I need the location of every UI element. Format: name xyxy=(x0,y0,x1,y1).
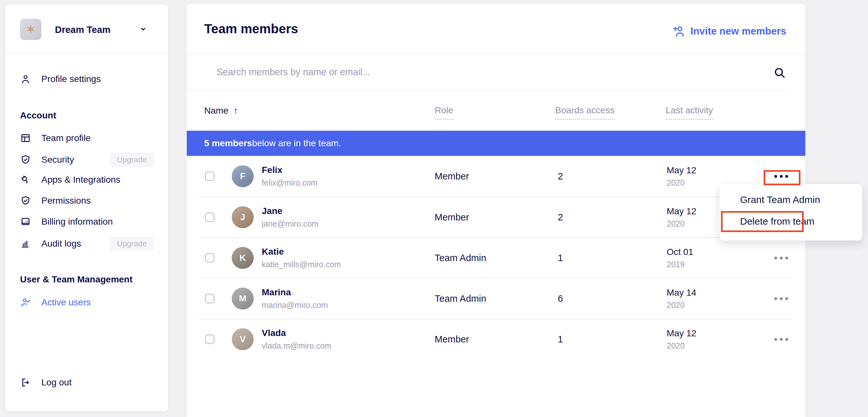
member-email: vlada.m@miro.com xyxy=(262,341,332,350)
page: ✶ Dream Team Profile settings Account Te… xyxy=(0,0,868,417)
row-checkbox[interactable] xyxy=(205,212,215,222)
column-name-label: Name xyxy=(204,106,228,116)
avatar: F xyxy=(232,165,254,187)
upgrade-badge[interactable]: Upgrade xyxy=(110,237,154,251)
members-count-banner: 5 members below are in the team. xyxy=(187,131,805,156)
row-checkbox[interactable] xyxy=(205,171,215,181)
sidebar-item-label: Audit logs xyxy=(41,239,81,249)
sidebar-item-label: Team profile xyxy=(41,133,91,143)
row-options-button[interactable] xyxy=(770,169,793,183)
last-activity-year: 2019 xyxy=(667,260,693,269)
member-name: Felix xyxy=(262,165,318,175)
sidebar-item-logout[interactable]: Log out xyxy=(20,375,154,390)
banner-text: below are in the team. xyxy=(252,138,341,148)
last-activity: Oct 01 2019 xyxy=(667,247,693,269)
sidebar-item-label: Security xyxy=(41,154,74,165)
sidebar-item-team-profile[interactable]: Team profile xyxy=(20,130,154,146)
member-role: Member xyxy=(435,212,469,223)
member-identity: Vlada vlada.m@miro.com xyxy=(262,328,332,350)
bar-chart-icon xyxy=(20,238,31,249)
row-checkbox[interactable] xyxy=(205,253,215,263)
last-activity-date: Oct 01 xyxy=(667,247,693,257)
search-input[interactable] xyxy=(204,54,753,91)
invite-label: Invite new members xyxy=(690,26,786,37)
sidebar-item-label: Log out xyxy=(41,377,71,388)
row-options-button[interactable] xyxy=(770,291,793,306)
row-options-button[interactable] xyxy=(770,332,793,346)
sidebar: ✶ Dream Team Profile settings Account Te… xyxy=(5,4,168,411)
member-email: jane@miro.com xyxy=(262,219,318,229)
billing-card-icon xyxy=(20,216,31,227)
last-activity-year: 2020 xyxy=(667,341,696,350)
sidebar-item-apps-integrations[interactable]: Apps & Integrations xyxy=(20,172,154,187)
member-role: Team Admin xyxy=(435,253,486,264)
sidebar-item-label: Permissions xyxy=(41,196,91,206)
member-name: Katie xyxy=(262,247,341,257)
section-header-user-team-management: User & Team Management xyxy=(20,272,132,287)
boards-access-count: 1 xyxy=(558,253,563,264)
table-row: K Katie katie_mills@miro.com Team Admin … xyxy=(198,237,793,278)
sidebar-item-label: Apps & Integrations xyxy=(41,175,120,185)
member-identity: Jane jane@miro.com xyxy=(262,206,318,229)
row-options-menu: Grant Team Admin Delete from team xyxy=(720,184,862,240)
person-icon xyxy=(20,74,31,84)
logout-icon xyxy=(20,377,31,388)
boards-access-count: 1 xyxy=(558,334,563,345)
last-activity-date: May 12 xyxy=(667,206,696,216)
team-members-panel: Team members Invite new members Name ↑ R… xyxy=(187,4,805,417)
member-email: felix@miro.com xyxy=(262,178,318,187)
team-switcher[interactable]: ✶ Dream Team xyxy=(5,4,168,53)
plug-icon xyxy=(20,174,31,185)
sidebar-item-active-users[interactable]: Active users xyxy=(20,295,154,310)
last-activity: May 12 2020 xyxy=(667,206,696,229)
shield-check-icon xyxy=(20,195,31,206)
member-email: marina@miro.com xyxy=(262,301,328,310)
last-activity-date: May 12 xyxy=(667,165,696,176)
sidebar-item-permissions[interactable]: Permissions xyxy=(20,193,154,209)
member-name: Jane xyxy=(262,206,318,216)
column-header-role[interactable]: Role xyxy=(435,105,454,119)
boards-access-count: 2 xyxy=(558,212,563,223)
sidebar-item-audit-logs[interactable]: Audit logs Upgrade xyxy=(20,236,154,251)
sidebar-item-billing[interactable]: Billing information xyxy=(20,214,154,230)
upgrade-badge[interactable]: Upgrade xyxy=(110,153,154,167)
member-identity: Katie katie_mills@miro.com xyxy=(262,247,341,269)
column-header-last-activity[interactable]: Last activity xyxy=(666,105,713,119)
member-name: Marina xyxy=(262,287,328,298)
person-check-icon xyxy=(20,297,31,308)
member-identity: Marina marina@miro.com xyxy=(262,287,328,310)
member-role: Member xyxy=(435,334,469,345)
shield-check-icon xyxy=(20,154,31,165)
person-plus-icon xyxy=(672,24,686,38)
avatar: M xyxy=(232,287,254,310)
boards-access-count: 2 xyxy=(558,171,563,182)
column-header-name[interactable]: Name ↑ xyxy=(204,106,238,116)
chevron-down-icon[interactable] xyxy=(138,24,148,34)
sidebar-item-label: Profile settings xyxy=(41,74,101,84)
member-name: Vlada xyxy=(262,328,332,338)
team-avatar: ✶ xyxy=(20,19,41,40)
last-activity-year: 2020 xyxy=(667,178,696,187)
avatar: K xyxy=(232,247,254,269)
sidebar-item-label: Billing information xyxy=(41,216,113,227)
column-header-boards-access[interactable]: Boards access xyxy=(555,105,615,119)
menu-item-grant-team-admin[interactable]: Grant Team Admin xyxy=(720,189,862,210)
sort-ascending-icon[interactable]: ↑ xyxy=(234,106,238,116)
search-bar xyxy=(204,54,787,91)
last-activity-year: 2020 xyxy=(667,301,696,310)
member-email: katie_mills@miro.com xyxy=(262,260,341,269)
invite-new-members-button[interactable]: Invite new members xyxy=(672,24,786,38)
sidebar-item-profile-settings[interactable]: Profile settings xyxy=(20,71,154,87)
row-checkbox[interactable] xyxy=(205,294,215,303)
section-header-account: Account xyxy=(20,108,56,123)
sidebar-item-security[interactable]: Security Upgrade xyxy=(20,152,154,168)
table-row: J Jane jane@miro.com Member 2 May 12 202… xyxy=(198,197,793,237)
row-options-button[interactable] xyxy=(770,251,793,265)
search-icon[interactable] xyxy=(772,66,786,80)
member-identity: Felix felix@miro.com xyxy=(262,165,318,187)
last-activity-date: May 12 xyxy=(667,328,696,339)
row-checkbox[interactable] xyxy=(205,335,215,344)
menu-item-delete-from-team[interactable]: Delete from team xyxy=(720,210,862,232)
members-table: F Felix felix@miro.com Member 2 May 12 2… xyxy=(198,156,793,359)
table-row: M Marina marina@miro.com Team Admin 6 Ma… xyxy=(198,278,793,319)
